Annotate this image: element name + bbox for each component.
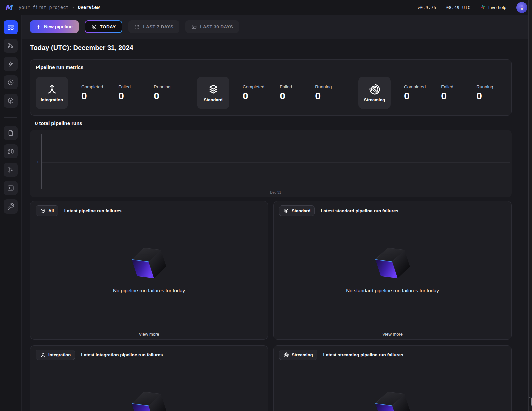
card-standard-failures: Standard Latest standard pipeline run fa…: [273, 201, 512, 340]
stat-integration-running: Running 0: [154, 84, 174, 101]
card-integration-title: Latest integration pipeline run failures: [81, 352, 163, 357]
dots-grid-icon: [134, 24, 140, 30]
range-last7-button[interactable]: LAST 7 DAYS: [128, 20, 179, 33]
empty-cube-illustration: [373, 243, 413, 283]
chart-x-tick: Dec 31: [41, 190, 510, 194]
standard-tile-label: Standard: [204, 97, 222, 102]
card-all-title: Latest pipeline run failures: [64, 208, 122, 213]
new-pipeline-label: New pipeline: [44, 24, 73, 29]
wizard-avatar-icon: [518, 4, 526, 11]
chip-streaming[interactable]: Streaming: [279, 350, 317, 360]
stat-standard-running: Running 0: [315, 84, 335, 101]
slack-icon: [480, 4, 486, 11]
chart-x-axis: [41, 189, 510, 189]
integration-merge-icon: [46, 83, 58, 95]
chart-y-axis: [41, 134, 42, 189]
total-runs-chart: 0 Dec 31: [30, 130, 512, 197]
range-last7-label: LAST 7 DAYS: [143, 24, 173, 29]
streaming-tile[interactable]: Streaming: [358, 77, 391, 109]
card-streaming-title: Latest streaming pipeline run failures: [323, 352, 403, 357]
sidebar-item-templates[interactable]: [4, 144, 18, 158]
chart-gridline: [42, 162, 510, 163]
chart-y-tick: 0: [30, 160, 39, 164]
sidebar-item-pipeline-runs[interactable]: [4, 75, 18, 89]
sidebar-item-pipelines[interactable]: [4, 39, 18, 53]
range-today-button[interactable]: TODAY: [85, 20, 123, 33]
chip-standard[interactable]: Standard: [279, 206, 315, 216]
mage-logo[interactable]: M: [4, 2, 14, 12]
pipelines-tree-icon: [7, 42, 14, 49]
metric-group-standard: Standard Completed 0 Failed 0 Running 0: [189, 74, 350, 111]
card-integration-failures: Integration Latest integration pipeline …: [30, 345, 268, 411]
standard-layers-icon: [283, 208, 289, 214]
chip-all[interactable]: All: [36, 206, 58, 216]
live-help-label: Live help: [488, 5, 506, 10]
breadcrumb-separator: ›: [72, 5, 75, 10]
utc-clock: 08:49 UTC: [446, 5, 470, 10]
chip-integration-label: Integration: [48, 352, 71, 357]
files-document-icon: [7, 129, 14, 137]
integration-tile-label: Integration: [41, 97, 63, 102]
chip-standard-label: Standard: [292, 208, 310, 213]
vertical-scrollbar-thumb[interactable]: [529, 397, 532, 406]
live-help-link[interactable]: Live help: [480, 4, 506, 11]
user-avatar[interactable]: [516, 2, 527, 13]
stat-integration-completed: Completed 0: [81, 84, 103, 101]
metric-group-integration: Integration Completed 0 Failed 0 Running…: [30, 74, 189, 111]
chip-streaming-label: Streaming: [292, 352, 313, 357]
stat-standard-completed: Completed 0: [243, 84, 264, 101]
version-label: v0.9.75: [418, 5, 436, 10]
date-heading: Today (UTC): December 31, 2024: [30, 44, 133, 52]
card-all-view-more[interactable]: View more: [30, 329, 268, 339]
new-pipeline-button[interactable]: New pipeline: [30, 20, 79, 33]
smiley-icon: [91, 24, 97, 30]
sidebar-item-files[interactable]: [4, 126, 18, 140]
chip-all-label: All: [48, 208, 54, 213]
sidebar-item-global-data-products[interactable]: [4, 94, 18, 108]
chip-integration[interactable]: Integration: [36, 350, 75, 360]
card-standard-title: Latest standard pipeline run failures: [321, 208, 398, 213]
empty-cube-illustration: [373, 387, 413, 411]
metrics-title: Pipeline run metrics: [36, 64, 511, 70]
sidebar-item-overview[interactable]: [4, 20, 18, 34]
empty-cube-illustration: [129, 387, 169, 411]
pipeline-run-metrics-card: Pipeline run metrics Integration Complet…: [30, 59, 512, 116]
card-all-failures: All Latest pipeline run failures No pipe…: [30, 201, 268, 340]
vertical-scrollbar-track[interactable]: [528, 0, 532, 411]
sidebar-item-triggers[interactable]: [4, 57, 18, 71]
top-header-bar: M your_first_project › Overview v0.9.75 …: [0, 0, 532, 15]
templates-shapes-icon: [7, 148, 14, 155]
sidebar-divider: [4, 117, 17, 118]
version-control-branch-icon: [7, 166, 14, 173]
plus-icon: [36, 24, 41, 29]
empty-cube-illustration: [129, 243, 169, 283]
runs-clock-icon: [7, 79, 14, 86]
range-last30-label: LAST 30 DAYS: [200, 24, 233, 29]
integration-tile[interactable]: Integration: [36, 77, 68, 109]
card-streaming-failures: Streaming Latest streaming pipeline run …: [273, 345, 512, 411]
range-last30-button[interactable]: LAST 30 DAYS: [185, 20, 239, 33]
breadcrumb-page[interactable]: Overview: [78, 5, 100, 10]
card-standard-view-more[interactable]: View more: [274, 329, 511, 339]
card-standard-empty-text: No standard pipeline run failures for to…: [346, 288, 439, 293]
range-today-label: TODAY: [100, 24, 116, 29]
main-content: New pipeline TODAY LAST 7 DAYS: [22, 15, 528, 411]
streaming-spiral-icon: [283, 352, 289, 358]
standard-layers-icon: [207, 83, 219, 95]
streaming-spiral-icon: [369, 83, 381, 95]
settings-wrench-icon: [7, 203, 14, 210]
standard-tile[interactable]: Standard: [197, 77, 229, 109]
card-all-empty-text: No pipeline run failures for today: [113, 288, 185, 293]
sidebar-item-settings[interactable]: [4, 199, 18, 214]
calendar-icon: [191, 24, 197, 30]
total-runs-chart-title: 0 total pipeline runs: [35, 120, 82, 126]
cube-icon: [40, 208, 46, 214]
metric-group-streaming: Streaming Completed 0 Failed 0 Running 0: [350, 74, 511, 111]
logo-letter: M: [5, 3, 13, 12]
left-sidebar: [0, 15, 22, 411]
integration-merge-icon: [40, 352, 46, 358]
dashboard-icon: [7, 24, 14, 31]
sidebar-item-terminal[interactable]: [4, 181, 18, 195]
sidebar-item-version-control[interactable]: [4, 163, 18, 177]
breadcrumb-project[interactable]: your_first_project: [19, 5, 69, 10]
